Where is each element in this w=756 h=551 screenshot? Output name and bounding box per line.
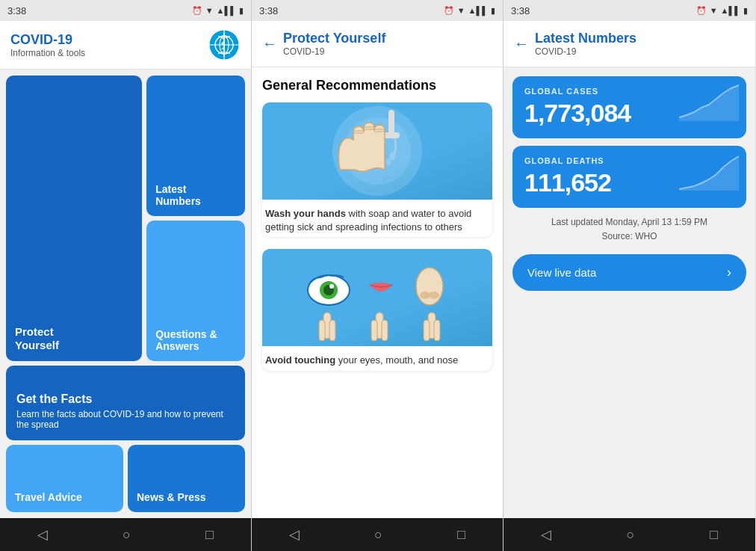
svg-point-21 [429, 292, 439, 299]
alarm-icon-2: ⏰ [444, 6, 454, 16]
travel-advice-tile[interactable]: Travel Advice [6, 445, 123, 512]
svg-rect-8 [388, 110, 394, 136]
time-2: 3:38 [259, 5, 278, 16]
back-nav-2[interactable]: ◁ [274, 520, 315, 549]
back-header-3: ← Latest Numbers COVID-19 [514, 31, 636, 57]
deaths-chart [679, 153, 739, 191]
home-top-row: Protect Yourself Latest Numbers Question… [6, 76, 245, 361]
handwash-bold: Wash your hands [265, 208, 346, 219]
back-nav-3[interactable]: ◁ [526, 520, 566, 549]
phone-screen-numbers: 3:38 ⏰ ▼ ▲▌▌ ▮ ← Latest Numbers COVID-19 [504, 0, 755, 551]
home-grid: Protect Yourself Latest Numbers Question… [0, 70, 251, 518]
back-header: ← Protect Yourself COVID-19 [262, 31, 385, 57]
home-nav-3[interactable]: ○ [612, 521, 650, 549]
svg-rect-29 [424, 320, 430, 341]
travel-label: Travel Advice [15, 491, 82, 503]
app-header-1: COVID-19 Information & tools [0, 21, 251, 70]
handwash-text: Wash your hands with soap and water to a… [262, 200, 492, 237]
back-arrow-3[interactable]: ← [514, 35, 529, 52]
svg-rect-30 [434, 320, 440, 341]
view-live-label: View live data [527, 266, 596, 279]
page-subtitle-2: COVID-19 [283, 46, 385, 57]
nav-bar-2: ◁ ○ □ [252, 518, 503, 551]
wifi-icon: ▼ [205, 6, 214, 15]
svg-point-18 [329, 284, 334, 289]
nav-bar-1: ◁ ○ □ [0, 518, 251, 551]
status-bar-1: 3:38 ⏰ ▼ ▲▌▌ ▮ [0, 0, 251, 21]
status-icons-3: ⏰ ▼ ▲▌▌ ▮ [696, 6, 748, 16]
qa-tile[interactable]: Questions & Answers [146, 221, 245, 361]
signal-icon: ▲▌▌ [217, 6, 236, 15]
protect-yourself-tile[interactable]: Protect Yourself [6, 76, 142, 361]
recent-nav-2[interactable]: □ [442, 521, 480, 549]
svg-rect-27 [382, 320, 388, 341]
section-title: General Recommendations [262, 78, 492, 93]
get-facts-tile[interactable]: Get the Facts Learn the facts about COVI… [6, 366, 245, 440]
svg-point-14 [386, 158, 391, 166]
last-updated: Last updated Monday, April 13 1:59 PM [512, 215, 746, 230]
time-1: 3:38 [7, 5, 26, 16]
chevron-right-icon: › [727, 265, 731, 280]
alarm-icon-3: ⏰ [696, 6, 707, 16]
facts-title: Get the Facts [16, 393, 235, 406]
recent-nav-1[interactable]: □ [190, 521, 229, 549]
battery-icon-2: ▮ [491, 6, 495, 16]
svg-rect-24 [329, 320, 335, 341]
svg-rect-12 [374, 129, 385, 132]
latest-numbers-tile[interactable]: Latest Numbers [146, 76, 245, 216]
svg-point-20 [420, 292, 430, 299]
view-live-button[interactable]: View live data › [512, 254, 746, 291]
news-press-tile[interactable]: News & Press [128, 445, 245, 512]
header-page-info-3: Latest Numbers COVID-19 [535, 31, 636, 57]
latest-label: Latest Numbers [155, 183, 201, 207]
touch-text: Avoid touching your eyes, mouth, and nos… [262, 346, 492, 370]
cases-card: GLOBAL CASES 1,773,084 [512, 76, 746, 138]
handwash-image [262, 102, 492, 200]
home-nav-1[interactable]: ○ [108, 521, 146, 549]
svg-rect-23 [319, 320, 325, 341]
news-label: News & Press [137, 491, 206, 503]
time-3: 3:38 [511, 5, 530, 16]
header-page-info: Protect Yourself COVID-19 [283, 31, 385, 57]
svg-rect-10 [353, 131, 364, 133]
page-title-2: Protect Yourself [283, 31, 385, 46]
phone-screen-home: 3:38 ⏰ ▼ ▲▌▌ ▮ COVID-19 Information & to… [0, 0, 252, 551]
wifi-icon-3: ▼ [710, 6, 718, 15]
alarm-icon: ⏰ [192, 6, 202, 16]
svg-rect-26 [371, 320, 377, 341]
protect-label: Protect Yourself [15, 325, 59, 352]
protect-main: General Recommendations [252, 67, 503, 518]
app-header-3: ← Latest Numbers COVID-19 [504, 21, 755, 67]
deaths-card: GLOBAL DEATHS 111,652 [512, 146, 746, 208]
svg-rect-11 [364, 127, 374, 129]
home-nav-2[interactable]: ○ [359, 521, 397, 549]
facts-sub: Learn the facts about COVID-19 and how t… [16, 409, 235, 430]
home-main: Protect Yourself Latest Numbers Question… [0, 70, 251, 518]
touch-bold: Avoid touching [265, 354, 335, 366]
back-arrow-2[interactable]: ← [262, 35, 277, 52]
signal-icon-2: ▲▌▌ [468, 6, 488, 15]
updated-text: Last updated Monday, April 13 1:59 PM So… [512, 215, 746, 244]
status-icons-2: ⏰ ▼ ▲▌▌ ▮ [444, 6, 495, 16]
touch-image [262, 249, 492, 346]
page-title-3: Latest Numbers [535, 31, 636, 46]
svg-marker-31 [679, 85, 739, 121]
app-header-2: ← Protect Yourself COVID-19 [252, 21, 503, 67]
protect-content: General Recommendations [252, 67, 503, 518]
nav-bar-3: ◁ ○ □ [504, 518, 755, 551]
cases-chart [679, 84, 739, 121]
status-bar-2: 3:38 ⏰ ▼ ▲▌▌ ▮ [252, 0, 503, 21]
source: Source: WHO [512, 230, 746, 244]
touch-card: Avoid touching your eyes, mouth, and nos… [262, 249, 492, 370]
status-icons-1: ⏰ ▼ ▲▌▌ ▮ [192, 6, 244, 16]
phone-screen-protect: 3:38 ⏰ ▼ ▲▌▌ ▮ ← Protect Yourself COVID-… [252, 0, 504, 551]
home-bottom-row: Travel Advice News & Press [6, 445, 245, 512]
header-title-block: COVID-19 Information & tools [10, 32, 85, 58]
handwash-card: Wash your hands with soap and water to a… [262, 102, 492, 237]
back-nav-1[interactable]: ◁ [22, 520, 63, 549]
battery-icon-3: ▮ [743, 6, 748, 16]
svg-point-13 [389, 152, 395, 161]
numbers-content: GLOBAL CASES 1,773,084 GLOBAL DEATHS 111… [504, 67, 755, 518]
recent-nav-3[interactable]: □ [695, 521, 733, 549]
right-col: Latest Numbers Questions & Answers [146, 76, 245, 361]
